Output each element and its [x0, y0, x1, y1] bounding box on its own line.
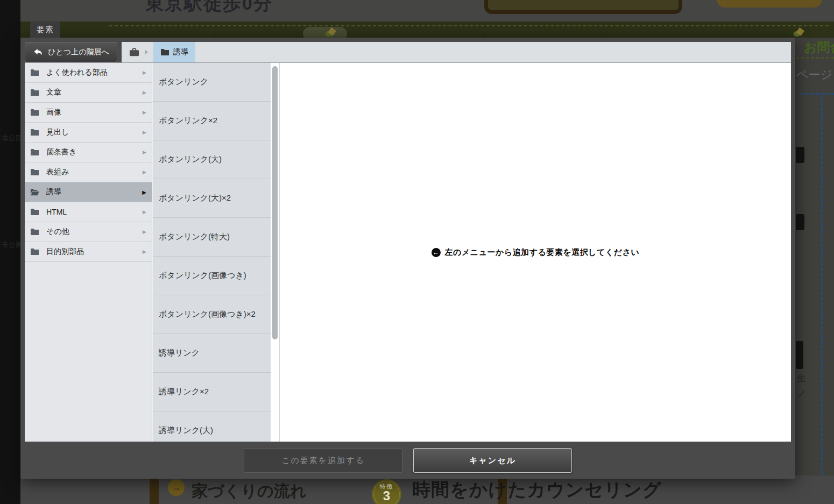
background-page-header: 東京駅徒歩0分	[20, 0, 834, 22]
sidebar-item-label: 箇条書き	[46, 147, 76, 157]
sidebar-item-label: 文章	[46, 88, 61, 97]
list-item[interactable]: ボタンリンク	[153, 63, 271, 102]
folder-icon	[160, 48, 169, 56]
folder-icon	[30, 248, 39, 255]
blue-dashed-border	[800, 93, 834, 95]
chevron-right-icon: ▶	[143, 169, 146, 175]
element-list: ボタンリンク ボタンリンク×2 ボタンリンク(大) ボタンリンク(大)×2 ボタ…	[152, 63, 271, 442]
sidebar-item-html[interactable]: HTML ▶	[25, 202, 152, 222]
sidebar-item-label: HTML	[46, 208, 67, 216]
folder-icon	[30, 109, 39, 116]
preview-message: 左のメニューから追加する要素を選択してください	[445, 247, 640, 258]
sidebar-item-frequently-used[interactable]: よく使われる部品 ▶	[25, 63, 152, 83]
element-list-scrollbar[interactable]	[271, 63, 280, 442]
scrollbar-thumb[interactable]	[272, 66, 278, 339]
folder-icon	[30, 69, 39, 76]
breadcrumb-current-folder[interactable]: 誘導	[153, 42, 195, 62]
clover-icon	[793, 26, 807, 39]
preview-panel: ← 左のメニューから追加する要素を選択してください	[280, 63, 791, 442]
sidebar-item-label: 見出し	[46, 127, 69, 137]
chevron-right-icon: ▶	[143, 130, 146, 135]
feature-badge: 特徴 3	[372, 479, 401, 504]
list-item[interactable]: ボタンリンク(画像つき)	[153, 257, 271, 295]
sidebar-item-bullet-list[interactable]: 箇条書き ▶	[25, 143, 152, 162]
folder-icon	[30, 148, 39, 156]
list-item[interactable]: ボタンリンク×2	[153, 102, 271, 140]
dialog-toolbar: ひとつ上の階層へ 誘導	[25, 42, 791, 62]
background-left-rail: 非公開 非公開	[0, 0, 20, 504]
folder-icon	[30, 168, 39, 176]
list-item[interactable]: ボタンリンク(大)	[153, 140, 271, 179]
category-sidebar: よく使われる部品 ▶ 文章 ▶ 画像 ▶ 見出し ▶ 箇条書き ▶	[25, 63, 152, 442]
folder-icon	[30, 89, 39, 96]
background-chip	[796, 214, 804, 230]
folder-icon	[30, 208, 39, 216]
arrow-circle-icon: →	[168, 479, 185, 496]
background-contact-text: お問合	[804, 39, 834, 56]
cancel-button[interactable]: キャンセル	[413, 448, 572, 473]
folder-icon	[30, 129, 39, 136]
sidebar-item-purpose-parts[interactable]: 目的別部品 ▶	[25, 242, 152, 262]
list-item[interactable]: 誘導リンク×2	[153, 373, 271, 411]
sidebar-item-other[interactable]: その他 ▶	[25, 222, 152, 242]
sidebar-item-heading[interactable]: 見出し ▶	[25, 123, 152, 143]
go-up-level-label: ひとつ上の階層へ	[48, 47, 109, 57]
chevron-right-icon: ▶	[143, 209, 146, 215]
sidebar-item-image[interactable]: 画像 ▶	[25, 103, 152, 123]
briefcase-icon[interactable]	[129, 48, 139, 56]
list-item[interactable]: 誘導リンク(大)	[153, 411, 271, 442]
breadcrumb-current-label: 誘導	[173, 47, 188, 57]
go-up-level-button[interactable]: ひとつ上の階層へ	[25, 42, 117, 62]
background-header-pill	[717, 0, 822, 8]
back-arrow-icon	[33, 48, 44, 56]
background-right-column: お問合 ページ 生 ノ	[795, 38, 834, 504]
sidebar-item-label: 表組み	[46, 167, 69, 177]
chevron-right-icon: ▶	[142, 189, 146, 195]
background-chip	[796, 341, 803, 369]
background-station-text: 東京駅徒歩0分	[145, 0, 273, 16]
blue-dashed-border	[821, 93, 823, 504]
dialog-body: よく使われる部品 ▶ 文章 ▶ 画像 ▶ 見出し ▶ 箇条書き ▶	[25, 62, 791, 442]
dashed-border	[796, 57, 834, 59]
background-feature-heading: 時間をかけたカウンセリング	[412, 478, 662, 502]
sidebar-item-text[interactable]: 文章 ▶	[25, 83, 152, 103]
background-page-bottom: → 家づくりの流れ 特徴 3 時間をかけたカウンセリング	[20, 475, 834, 504]
folder-icon	[30, 228, 39, 236]
sidebar-item-navigation[interactable]: 誘導 ▶	[25, 182, 152, 202]
chevron-right-icon: ▶	[143, 110, 146, 115]
sidebar-item-label: 画像	[46, 108, 61, 117]
add-element-button[interactable]: この要素を追加する	[244, 448, 402, 473]
background-flow-link: 家づくりの流れ	[192, 480, 307, 502]
background-page-text: ページ	[796, 67, 832, 83]
clover-icon	[324, 26, 338, 39]
chevron-right-icon: ▶	[143, 70, 146, 75]
sidebar-item-label: その他	[46, 227, 69, 237]
sidebar-item-table[interactable]: 表組み ▶	[25, 162, 152, 182]
elements-tab: 要素	[30, 22, 60, 38]
chevron-right-icon: ▶	[143, 229, 146, 235]
background-contact-button	[484, 0, 682, 14]
breadcrumb: 誘導	[122, 42, 791, 62]
chevron-right-icon	[145, 49, 148, 55]
list-item[interactable]: ボタンリンク(大)×2	[153, 179, 271, 218]
list-item[interactable]: ボタンリンク(画像つき)×2	[153, 295, 271, 334]
dialog-footer: この要素を追加する キャンセル	[25, 442, 791, 474]
background-chip	[796, 147, 804, 163]
chevron-right-icon: ▶	[143, 90, 146, 95]
chevron-right-icon: ▶	[143, 150, 146, 155]
list-item[interactable]: 誘導リンク	[153, 334, 271, 373]
sidebar-item-label: よく使われる部品	[46, 68, 108, 77]
list-item[interactable]: ボタンリンク(特大)	[153, 218, 271, 257]
element-picker-dialog: ひとつ上の階層へ 誘導 よく使われる部品 ▶	[20, 38, 795, 479]
sidebar-item-label: 誘導	[46, 187, 61, 197]
sidebar-item-label: 目的別部品	[46, 247, 84, 257]
chevron-right-icon: ▶	[143, 249, 146, 254]
open-folder-icon	[30, 188, 39, 196]
back-circle-icon: ←	[432, 248, 441, 257]
dashed-border	[109, 25, 829, 26]
